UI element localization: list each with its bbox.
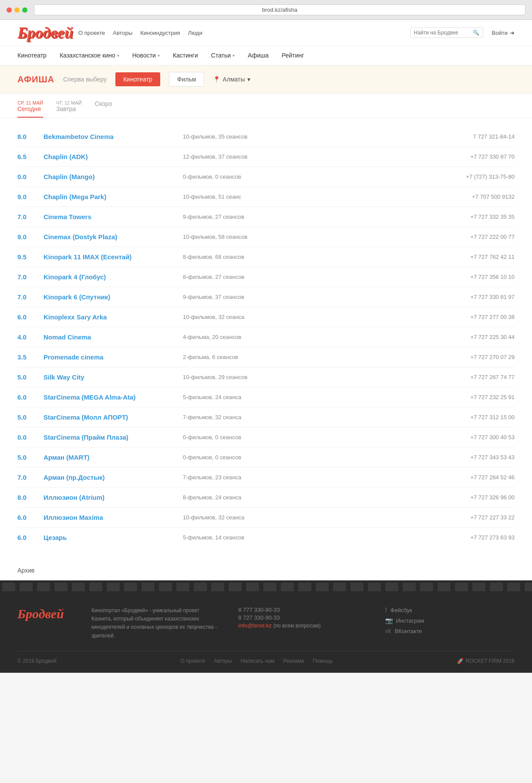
afisha-choose-label: Сперва выберу: [63, 76, 107, 83]
cinema-phone: +7 727 222 00 77: [436, 234, 515, 240]
cinema-list: 8.0 Bekmambetov Cinema 10-фильмов, 35 се…: [0, 118, 532, 560]
cinema-name[interactable]: Bekmambetov Cinema: [44, 133, 165, 140]
login-button[interactable]: Войти ➜: [492, 30, 515, 36]
top-link-authors[interactable]: Авторы: [113, 30, 132, 36]
nav-afisha[interactable]: Афиша: [248, 47, 269, 64]
cinema-info: 8-фильмов, 24 сеанса: [165, 494, 436, 501]
cinema-rating: 6.5: [17, 153, 44, 160]
film-hole: [246, 583, 259, 591]
cinema-name[interactable]: Cinemax (Dostyk Plaza): [44, 233, 165, 241]
film-hole: [403, 583, 416, 591]
footer-link-help[interactable]: Помощь: [313, 658, 333, 664]
footer-logo-text: Бродвей: [17, 607, 64, 621]
cinema-row: 6.0 Иллюзион Maxima 10-фильмов, 32 сеанс…: [17, 508, 515, 528]
cinema-info: 10-фильмов, 51 сеанс: [165, 193, 436, 200]
cinema-phone: +7 727 343 53 43: [436, 454, 515, 461]
cinema-row: 7.0 Kinopark 4 (Глобус) 8-фильмов, 27 се…: [17, 267, 515, 287]
cinema-name[interactable]: Silk Way City: [44, 373, 165, 381]
cinema-name[interactable]: Kinoplexx Sary Arka: [44, 313, 165, 321]
film-hole: [107, 583, 120, 591]
cinema-name[interactable]: Kinopark 4 (Глобус): [44, 273, 165, 281]
cinema-info: 7-фильмов, 32 сеанса: [165, 414, 436, 420]
cinema-info: 10-фильмов, 29 сеансов: [165, 374, 436, 380]
footer-link-authors[interactable]: Авторы: [214, 658, 232, 664]
cinema-name[interactable]: StarCinema (Прайм Плаза): [44, 434, 165, 441]
cinema-row: 7.0 Kinopark 6 (Спутник) 9-фильмов, 37 с…: [17, 287, 515, 307]
film-hole: [368, 583, 381, 591]
city-selector[interactable]: 📍 Алматы ▾: [213, 76, 250, 83]
cinema-info: 10-фильмов, 35 сеансов: [165, 133, 436, 140]
social-vk[interactable]: vk ВКонтакте: [385, 627, 515, 634]
nav-reiting[interactable]: Рейтинг: [282, 47, 304, 64]
address-bar[interactable]: brod.kz/afisha: [34, 4, 525, 15]
cinema-name[interactable]: Promenade cinema: [44, 353, 165, 361]
minimize-dot[interactable]: [14, 7, 20, 13]
top-link-people[interactable]: Люди: [188, 30, 202, 36]
login-label: Войти: [492, 30, 508, 36]
footer-description: Кинопортал «Бродвей» - уникальный проект…: [91, 607, 221, 640]
logo[interactable]: Бродвей: [17, 24, 70, 42]
search-box[interactable]: 🔍: [410, 27, 483, 38]
cinema-info: 10-фильмов, 58 сеансов: [165, 234, 436, 240]
top-link-industry[interactable]: Киноиндустрия: [140, 30, 180, 36]
cinema-info: 4-фильма, 20 сеансов: [165, 334, 436, 340]
social-instagram[interactable]: 📷 Инстаграм: [385, 617, 515, 624]
maximize-dot[interactable]: [22, 7, 27, 13]
footer-email[interactable]: info@brod.kz (по всем вопросам): [238, 622, 320, 629]
film-hole: [37, 583, 50, 591]
top-link-about[interactable]: О проекте: [78, 30, 105, 36]
cinema-phone: +7 727 326 96 00: [436, 494, 515, 501]
footer-link-ads[interactable]: Реклама: [283, 658, 304, 664]
tab-tomorrow[interactable]: ЧТ, 12 МАЙ Завтра: [56, 100, 82, 118]
cinema-name[interactable]: Kinopark 11 IMAX (Есентай): [44, 253, 165, 261]
nav-stati[interactable]: Статьи ▾: [211, 47, 235, 64]
footer-link-contact[interactable]: Написать нам: [241, 658, 275, 664]
cinema-name[interactable]: Цезарь: [44, 534, 165, 541]
cinema-phone: +7 727 267 74 77: [436, 374, 515, 380]
nav-kazakh-kino[interactable]: Казахстанское кино ▾: [60, 47, 119, 64]
cinema-name[interactable]: StarCinema (MEGA Alma-Ata): [44, 393, 165, 401]
cinema-phone: +7 727 225 30 44: [436, 334, 515, 340]
film-hole: [333, 583, 346, 591]
tab-today[interactable]: СР, 11 МАЙ Сегодня: [17, 100, 43, 118]
archive-link[interactable]: Архив: [17, 567, 34, 574]
cinema-name[interactable]: Арман (пр.Достык): [44, 474, 165, 481]
nav-kastingi[interactable]: Кастинги: [173, 47, 198, 64]
social-facebook[interactable]: f Фейсбук: [385, 607, 515, 614]
cinema-info: 7-фильмов, 23 сеанса: [165, 474, 436, 481]
cinema-name[interactable]: Chaplin (ADK): [44, 153, 165, 160]
cinema-info: 8-фильмов, 27 сеансов: [165, 274, 436, 280]
tab-soon[interactable]: Скоро: [95, 100, 112, 118]
cinema-info: 10-фильмов, 32 сеанса: [165, 314, 436, 320]
chevron-down-icon: ▾: [158, 53, 160, 58]
top-links: О проекте Авторы Киноиндустрия Люди: [78, 30, 401, 36]
cinema-name[interactable]: Иллюзион Maxima: [44, 514, 165, 521]
film-hole: [298, 583, 311, 591]
cinema-name[interactable]: Cinema Towers: [44, 213, 165, 220]
cinema-name[interactable]: Chaplin (Mango): [44, 173, 165, 180]
cinema-name[interactable]: Kinopark 6 (Спутник): [44, 293, 165, 301]
film-hole: [281, 583, 294, 591]
cinema-name[interactable]: Chaplin (Mega Park): [44, 193, 165, 200]
cinema-name[interactable]: Nomad Cinema: [44, 333, 165, 341]
cinema-rating: 4.0: [17, 333, 44, 341]
footer-link-about[interactable]: О проекте: [181, 658, 205, 664]
cinema-info: 8-фильмов, 68 сеансов: [165, 254, 436, 260]
search-input[interactable]: [414, 30, 471, 36]
cinema-row: 8.0 Иллюзион (Atrium) 8-фильмов, 24 сеан…: [17, 488, 515, 508]
cinema-rating: 6.0: [17, 313, 44, 321]
nav-novosti[interactable]: Новости ▾: [132, 47, 160, 64]
cinema-name[interactable]: StarCinema (Молл АПОРТ): [44, 414, 165, 421]
footer-bottom: © 2016 Бродвей О проекте Авторы Написать…: [17, 651, 515, 664]
cinema-row: 4.0 Nomad Cinema 4-фильма, 20 сеансов +7…: [17, 327, 515, 347]
close-dot[interactable]: [7, 7, 12, 13]
btn-film[interactable]: Фильм: [169, 72, 205, 87]
cinema-info: 9-фильмов, 37 сеансов: [165, 294, 436, 300]
tab-soon-label: Скоро: [95, 100, 112, 107]
cinema-name[interactable]: Арман (MART): [44, 454, 165, 461]
cinema-info: 10-фильмов, 32 сеанса: [165, 514, 436, 521]
btn-kinoteatr[interactable]: Кинотеатр: [115, 72, 160, 86]
logo-text: Бродвей: [17, 24, 73, 42]
nav-kinoteatr[interactable]: Кинотеатр: [17, 47, 47, 64]
cinema-name[interactable]: Иллюзион (Atrium): [44, 494, 165, 501]
